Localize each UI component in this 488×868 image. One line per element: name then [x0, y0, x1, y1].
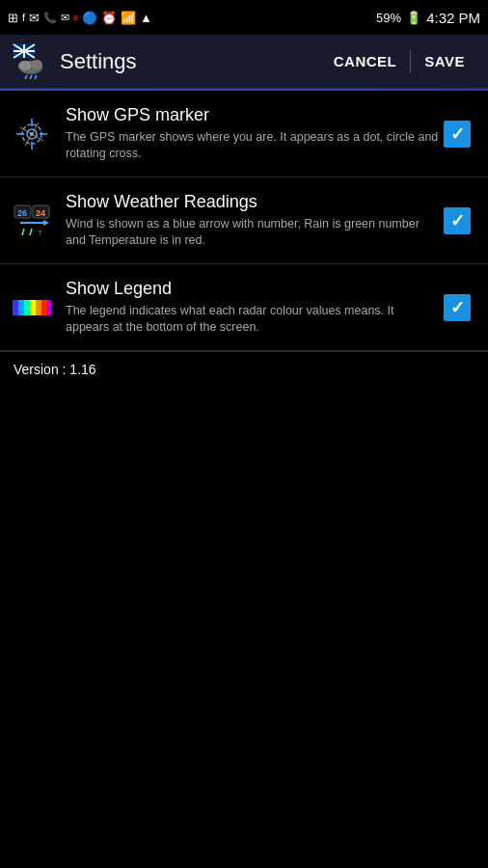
status-icon-add: ⊞	[8, 11, 18, 25]
status-icon-alarm: ⏰	[101, 11, 117, 25]
status-icon-wifi: 📶	[121, 11, 136, 25]
setting-legend-checkbox[interactable]: ✓	[440, 290, 474, 325]
setting-weather-checkbox[interactable]: ✓	[440, 203, 474, 238]
setting-weather-desc: Wind is shown as a blue arrow with numbe…	[66, 216, 440, 250]
gps-icon	[10, 112, 54, 156]
svg-rect-29	[13, 300, 18, 315]
header-divider	[410, 50, 411, 73]
setting-gps-desc: The GPS marker shows where you are. It a…	[66, 129, 440, 163]
clock: 4:32 PM	[426, 10, 480, 26]
checkbox-checked-legend: ✓	[444, 294, 471, 321]
status-bar: ⊞ f ✉ 📞 ✉ e 🔵 ⏰ 📶 ▲ 59% 🔋 4:32 PM	[0, 0, 488, 35]
app-icon	[12, 42, 50, 81]
checkmark-legend: ✓	[450, 299, 465, 316]
version-text: Version : 1.16	[0, 351, 488, 387]
svg-text:26: 26	[17, 208, 27, 218]
status-icon-email2: ✉	[61, 12, 69, 24]
app-bar: Settings CANCEL SAVE	[0, 35, 488, 89]
svg-rect-32	[30, 300, 36, 315]
svg-rect-34	[41, 300, 47, 315]
svg-text:24: 24	[36, 208, 45, 218]
svg-rect-35	[47, 300, 51, 315]
checkbox-checked-weather: ✓	[444, 207, 471, 234]
svg-line-27	[30, 229, 32, 235]
setting-legend-desc: The legend indicates what each radar col…	[66, 303, 440, 337]
svg-marker-25	[43, 220, 49, 226]
setting-gps-text: Show GPS marker The GPS marker shows whe…	[66, 105, 440, 163]
status-icon-fb: f	[22, 12, 25, 23]
setting-gps-title: Show GPS marker	[66, 105, 440, 125]
svg-point-7	[31, 60, 42, 69]
setting-legend-text: Show Legend The legend indicates what ea…	[66, 279, 440, 337]
settings-list: Show GPS marker The GPS marker shows whe…	[0, 91, 488, 351]
setting-legend-title: Show Legend	[66, 279, 440, 299]
svg-text:T: T	[38, 229, 42, 237]
setting-weather-title: Show Weather Readings	[66, 192, 440, 212]
status-icon-email1: ✉	[29, 11, 40, 25]
battery-icon: 🔋	[406, 11, 421, 25]
svg-line-9	[30, 75, 32, 79]
svg-rect-31	[24, 300, 30, 315]
checkbox-checked-gps: ✓	[444, 121, 471, 148]
svg-rect-33	[36, 300, 41, 315]
weather-icon: 26 24 T	[10, 199, 54, 243]
legend-icon	[10, 285, 54, 330]
version-label: Version : 1.16	[14, 362, 96, 377]
svg-line-26	[22, 229, 24, 235]
status-left: ⊞ f ✉ 📞 ✉ e 🔵 ⏰ 📶 ▲	[8, 11, 152, 25]
status-icon-bluetooth: 🔵	[82, 11, 97, 25]
save-button[interactable]: SAVE	[413, 45, 476, 77]
svg-point-6	[18, 61, 32, 70]
header-actions: CANCEL SAVE	[322, 45, 476, 77]
app-title: Settings	[60, 49, 322, 74]
cancel-button[interactable]: CANCEL	[322, 45, 409, 77]
svg-line-10	[35, 75, 37, 79]
battery-percent: 59%	[376, 11, 401, 25]
status-right: 59% 🔋 4:32 PM	[376, 10, 480, 26]
setting-gps-checkbox[interactable]: ✓	[440, 117, 474, 151]
checkmark-gps: ✓	[450, 125, 465, 143]
svg-line-8	[25, 75, 27, 79]
setting-weather-text: Show Weather Readings Wind is shown as a…	[66, 192, 440, 250]
svg-rect-30	[18, 300, 24, 315]
setting-item-gps[interactable]: Show GPS marker The GPS marker shows whe…	[0, 91, 488, 177]
setting-item-weather[interactable]: 26 24 T Show Weather Readings Wind is sh…	[0, 177, 488, 264]
status-icon-ebay: e	[73, 13, 78, 22]
status-icon-signal: ▲	[140, 11, 152, 25]
checkmark-weather: ✓	[450, 212, 465, 230]
setting-item-legend[interactable]: Show Legend The legend indicates what ea…	[0, 264, 488, 351]
status-icon-phone: 📞	[43, 12, 57, 24]
